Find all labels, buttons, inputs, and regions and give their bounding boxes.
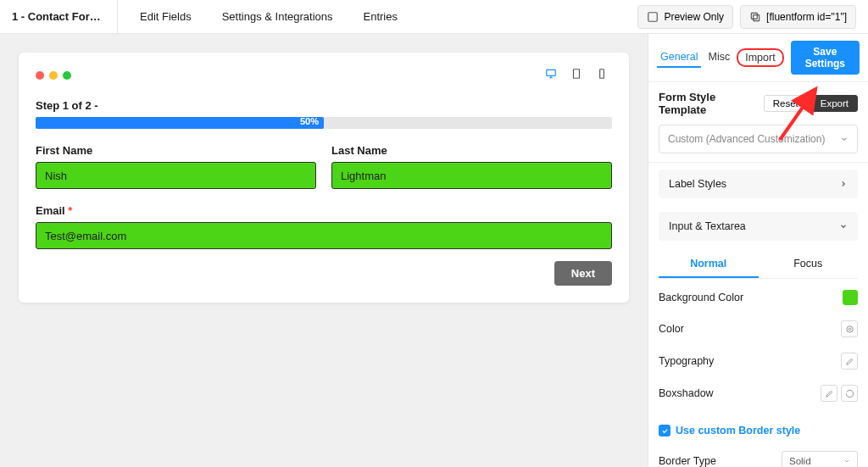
device-mobile-button[interactable] [592,66,612,84]
step-label: Step 1 of 2 - [36,99,612,112]
copy-icon [749,11,761,23]
chevron-down-icon [839,222,848,231]
checkbox-checked-icon [659,425,670,436]
form-title: 1 - Contact Form ... [12,10,105,23]
prop-background-color: Background Color [659,282,858,313]
svg-rect-0 [648,12,658,21]
desktop-icon [544,68,558,80]
prop-boxshadow: Boxshadow [659,377,858,409]
template-select[interactable]: Custom (Advanced Customization) [659,125,858,153]
device-desktop-button[interactable] [541,66,561,84]
required-asterisk-icon: * [68,204,72,217]
export-button[interactable]: Export [811,95,858,112]
save-settings-button[interactable]: Save Settings [791,41,860,75]
reset-button[interactable]: Reset [764,95,808,112]
refresh-icon [845,389,854,398]
settings-tabs: General Misc Import Save Settings [648,34,868,82]
svg-rect-6 [574,69,580,79]
last-name-input[interactable] [331,162,612,189]
boxshadow-edit-button[interactable] [821,385,837,402]
state-subtabs: Normal Focus [659,251,858,279]
checkbox-empty-icon [647,11,659,23]
progress-bar: 50% [36,117,612,129]
target-icon [845,325,854,334]
first-name-label: First Name [36,144,316,157]
form-style-template-head: Form Style Template Reset Export [659,91,858,116]
preview-pane: Step 1 of 2 - 50% First Name Last Name [0,34,648,467]
svg-point-9 [849,328,851,331]
tablet-icon [570,68,583,80]
form-title-segment: 1 - Contact Form ... [12,0,118,33]
top-bar: 1 - Contact Form ... Edit Fields Setting… [0,0,868,34]
color-picker-button[interactable] [841,320,858,337]
prop-color: Color [659,313,858,345]
background-color-swatch[interactable] [843,290,858,305]
prop-typography: Typography [659,345,858,377]
pencil-icon [825,389,834,398]
pencil-icon [845,357,854,366]
chevron-down-icon [840,135,849,143]
traffic-red-icon [36,71,44,80]
first-name-input[interactable] [36,162,316,189]
svg-point-8 [846,325,852,331]
email-label: Email * [36,204,612,217]
tab-import[interactable]: Import [737,48,783,67]
svg-rect-1 [754,14,760,20]
next-button[interactable]: Next [554,261,612,286]
nav-edit-fields[interactable]: Edit Fields [128,10,203,23]
svg-rect-3 [547,69,556,75]
chevron-down-icon [843,458,850,464]
progress-percent: 50% [300,116,319,126]
svg-rect-2 [751,13,757,19]
traffic-lights [36,71,71,80]
prop-border-type: Border Type Solid [659,445,858,467]
tab-misc[interactable]: Misc [704,47,733,68]
email-input[interactable] [36,222,612,249]
chevron-right-icon [839,180,848,188]
nav-entries[interactable]: Entries [352,10,409,23]
device-switcher [541,66,612,84]
nav-settings-integrations[interactable]: Settings & Integrations [210,10,345,23]
traffic-yellow-icon [49,71,58,80]
border-type-select[interactable]: Solid [782,451,858,467]
svg-rect-7 [600,69,604,79]
tab-general[interactable]: General [657,47,701,68]
subtab-focus[interactable]: Focus [759,251,859,278]
shortcode-button[interactable]: [fluentform id="1"] [740,5,856,29]
typography-edit-button[interactable] [841,353,858,370]
mobile-icon [595,68,609,80]
traffic-green-icon [63,71,71,80]
form-style-template-title: Form Style Template [659,91,764,116]
progress-fill: 50% [36,117,324,129]
subtab-normal[interactable]: Normal [659,251,759,278]
use-custom-border-toggle[interactable]: Use custom Border style [648,420,868,445]
accordion-input-textarea[interactable]: Input & Textarea [659,212,858,241]
last-name-label: Last Name [331,144,612,157]
device-tablet-button[interactable] [566,66,587,84]
preview-only-button[interactable]: Preview Only [637,5,733,29]
accordion-label-styles[interactable]: Label Styles [659,170,858,198]
boxshadow-reset-button[interactable] [841,385,858,402]
settings-pane: General Misc Import Save Settings Form S… [648,34,868,467]
preview-card: Step 1 of 2 - 50% First Name Last Name [19,53,629,303]
